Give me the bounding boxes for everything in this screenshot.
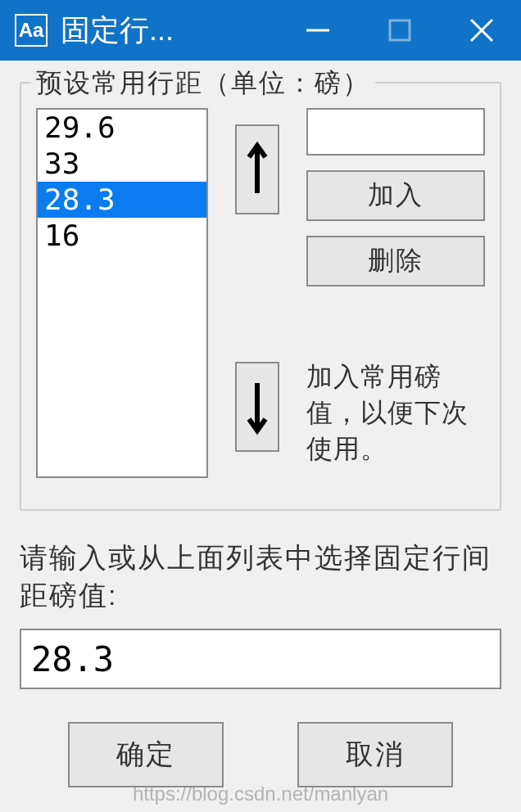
list-item[interactable]: 28.3	[38, 182, 206, 218]
minimize-button[interactable]	[301, 14, 334, 47]
list-item[interactable]: 16	[38, 218, 206, 254]
add-button[interactable]: 加入	[306, 170, 485, 221]
list-item[interactable]: 33	[38, 146, 206, 182]
close-icon	[468, 16, 496, 44]
add-value-input[interactable]	[306, 108, 485, 156]
window-title: 固定行...	[61, 11, 174, 51]
dialog-window: Aa 固定行... 预设常用行距（单位：磅） 29.63328.316	[0, 0, 521, 812]
minimize-icon	[305, 17, 331, 43]
arrow-down-icon	[246, 378, 269, 435]
line-spacing-input[interactable]	[20, 629, 501, 689]
move-up-button[interactable]	[235, 124, 279, 214]
hint-text: 加入常用磅值，以便下次使用。	[306, 359, 485, 467]
arrow-up-icon	[246, 141, 269, 198]
ok-button[interactable]: 确定	[68, 722, 224, 787]
move-down-button[interactable]	[235, 362, 279, 452]
prompt-label: 请输入或从上面列表中选择固定行间距磅值:	[20, 539, 501, 614]
maximize-button[interactable]	[383, 14, 416, 47]
preset-groupbox: 预设常用行距（单位：磅） 29.63328.316	[20, 82, 501, 511]
svg-rect-1	[390, 20, 410, 40]
delete-button[interactable]: 删除	[306, 236, 485, 286]
content-area: 预设常用行距（单位：磅） 29.63328.316	[0, 61, 521, 812]
titlebar: Aa 固定行...	[0, 0, 521, 61]
preset-listbox[interactable]: 29.63328.316	[36, 108, 208, 478]
window-controls	[301, 14, 498, 47]
maximize-icon	[388, 19, 411, 42]
list-item[interactable]: 29.6	[38, 110, 206, 146]
cancel-button[interactable]: 取消	[297, 722, 453, 787]
app-icon: Aa	[15, 14, 48, 47]
groupbox-legend: 预设常用行距（单位：磅）	[31, 65, 375, 102]
close-button[interactable]	[465, 14, 498, 47]
